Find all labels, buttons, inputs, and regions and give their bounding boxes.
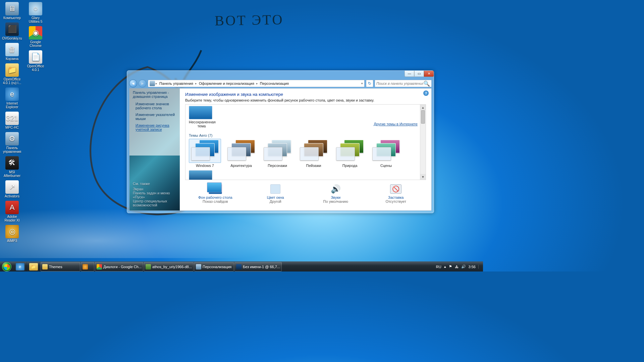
desktop-icon[interactable]: ↗Activators xyxy=(2,180,22,199)
see-also-link[interactable]: Центр специальных возможностей xyxy=(133,199,180,207)
scrollbar[interactable]: ▲ ▼ xyxy=(420,105,426,180)
search-icon: 🔍 xyxy=(423,80,430,87)
lang-indicator[interactable]: RU xyxy=(436,265,441,269)
help-icon[interactable]: ? xyxy=(423,90,429,96)
chevron-up-icon[interactable]: ▴ xyxy=(444,264,446,269)
address-bar: ◄ ► ▸ Панель управления▸ Оформление и пе… xyxy=(129,79,432,88)
scroll-thumb[interactable] xyxy=(421,110,425,124)
close-button[interactable]: ✕ xyxy=(424,71,434,77)
bottom-setting[interactable]: Цвет окнаДругой xyxy=(250,183,301,203)
desktop-icon[interactable]: ⬛OVGorskiy.ru xyxy=(2,22,22,41)
volume-icon[interactable]: 🔊 xyxy=(461,264,466,269)
desktop-icon[interactable]: 📄OpenOffice 4.0.1 xyxy=(25,50,46,72)
desktop-icon[interactable]: 🖥Компьютер xyxy=(2,1,22,20)
window-content: Панель управления - домашняя страница Из… xyxy=(129,88,432,211)
taskbar-task[interactable]: Диалоги - Google Ch... xyxy=(95,262,143,272)
nav-forward-button[interactable]: ► xyxy=(139,79,147,87)
bottom-setting[interactable]: Фон рабочего столаПоказ слайдов xyxy=(190,183,240,203)
aero-heading: Темы Aero (7) xyxy=(189,133,422,137)
nav-back-button[interactable]: ◄ xyxy=(129,79,137,87)
taskbar-task[interactable]: athos_by_uriy1966-d8... xyxy=(144,262,194,272)
see-also-link[interactable]: Экран xyxy=(133,187,180,191)
page-subtitle: Выберите тему, чтобы одновременно измени… xyxy=(185,98,426,102)
sidebar-home-link[interactable]: Панель управления - домашняя страница xyxy=(129,88,180,101)
taskbar-task[interactable]: Персонализация xyxy=(194,262,234,272)
desktop-icon[interactable]: 🛠MSI Afterburner xyxy=(2,156,22,178)
scroll-up-button[interactable]: ▲ xyxy=(420,105,426,110)
page-title: Изменение изображения и звука на компьют… xyxy=(185,92,426,97)
theme-item[interactable]: Природа xyxy=(334,139,366,168)
desktop-icon[interactable]: ◉Google Chrome xyxy=(25,25,46,48)
breadcrumb[interactable]: ▸ Панель управления▸ Оформление и персон… xyxy=(148,80,365,87)
pinned-internet-explorer[interactable]: e xyxy=(13,262,27,272)
sidebar: Панель управления - домашняя страница Из… xyxy=(129,88,180,210)
network-icon[interactable]: 🖧 xyxy=(455,265,459,269)
main-panel: ? Изменение изображения и звука на компь… xyxy=(180,88,431,210)
show-desktop-button[interactable] xyxy=(478,265,482,269)
taskbar-task[interactable]: Themes xyxy=(41,262,80,272)
taskbar: e📁 ThemesДиалоги - Google Ch...athos_by_… xyxy=(0,261,483,272)
theme-item[interactable]: Персонажи xyxy=(261,139,293,168)
sidebar-item-account-picture[interactable]: Изменение рисунка учетной записи xyxy=(129,122,180,133)
sidebar-item-pointers[interactable]: Изменение указателей мыши xyxy=(129,111,180,122)
theme-item[interactable]: Архитектура xyxy=(225,139,257,168)
bottom-setting[interactable]: 🔊ЗвукиПо умолчанию xyxy=(311,183,361,203)
maximize-button[interactable]: ▭ xyxy=(414,71,424,77)
more-themes-link[interactable]: Другие темы в Интернете xyxy=(374,122,418,126)
desktop-icon[interactable]: 🗑Корзина xyxy=(2,42,22,61)
desktop-icon[interactable]: ○Glary Utilities 5 xyxy=(25,1,46,24)
bottom-setting[interactable]: 🚫ЗаставкаОтсутствует xyxy=(371,183,421,203)
hand-annotation: ВОТ ЭТО xyxy=(215,11,284,29)
start-button[interactable] xyxy=(0,262,13,272)
search-input[interactable]: 🔍 xyxy=(375,80,432,87)
refresh-button[interactable]: ↻ xyxy=(366,80,373,87)
desktop-icon[interactable]: eInternet Explorer xyxy=(2,87,22,110)
taskbar-task[interactable]: Без имени-1 @ 66,7... xyxy=(234,262,282,272)
system-tray: RU ▴ ⚑ 🖧 🔊 3:56 xyxy=(435,262,483,272)
clock[interactable]: 3:56 xyxy=(469,265,476,269)
scroll-down-button[interactable]: ▼ xyxy=(420,174,426,180)
theme-item[interactable]: Пейзажи xyxy=(298,139,330,168)
theme-item[interactable]: Сцены xyxy=(370,139,402,168)
see-also-link[interactable]: Панель задач и меню «Пуск» xyxy=(133,191,180,199)
desktop-icon[interactable]: ◎AIMP3 xyxy=(2,224,22,243)
flag-icon[interactable]: ⚑ xyxy=(449,264,452,269)
personalization-window: — ▭ ✕ ◄ ► ▸ Панель управления▸ Оформлени… xyxy=(127,70,434,213)
taskbar-task[interactable] xyxy=(81,262,94,272)
desktop-icon[interactable]: AAdobe Reader XI xyxy=(2,200,22,223)
sidebar-see-also: См. также Экран Панель задач и меню «Пус… xyxy=(133,182,180,207)
desktop-icon[interactable]: 321MPC-HC xyxy=(2,111,22,130)
desktop: 🖥Компьютер⬛OVGorskiy.ru🗑Корзина📁OpenOffi… xyxy=(0,0,47,258)
sidebar-item-icons[interactable]: Изменение значков рабочего стола xyxy=(129,101,180,111)
themes-list: ▲ ▼ Несохраненная тема Другие темы в Инт… xyxy=(185,104,426,180)
title-bar: — ▭ ✕ xyxy=(405,71,434,77)
desktop-icon[interactable]: ⚙Панель управления xyxy=(2,131,22,154)
pinned-explorer[interactable]: 📁 xyxy=(27,262,40,272)
unsaved-theme[interactable]: Несохраненная тема xyxy=(189,106,214,128)
desktop-icon[interactable]: 📁OpenOffice 4.0.1 (ru) I... xyxy=(2,63,22,85)
minimize-button[interactable]: — xyxy=(405,71,414,77)
theme-item[interactable]: Windows 7 xyxy=(189,139,221,168)
